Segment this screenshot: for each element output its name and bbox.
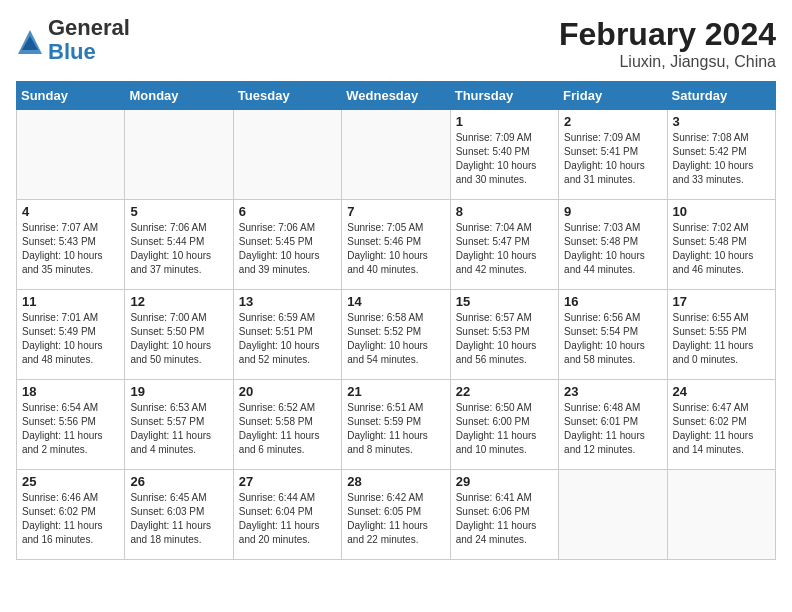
weekday-header-thursday: Thursday [450, 82, 558, 110]
calendar-cell: 4Sunrise: 7:07 AM Sunset: 5:43 PM Daylig… [17, 200, 125, 290]
calendar-cell: 2Sunrise: 7:09 AM Sunset: 5:41 PM Daylig… [559, 110, 667, 200]
day-number: 26 [130, 474, 227, 489]
day-info: Sunrise: 7:09 AM Sunset: 5:40 PM Dayligh… [456, 131, 553, 187]
day-info: Sunrise: 7:02 AM Sunset: 5:48 PM Dayligh… [673, 221, 770, 277]
day-info: Sunrise: 6:44 AM Sunset: 6:04 PM Dayligh… [239, 491, 336, 547]
calendar-cell: 13Sunrise: 6:59 AM Sunset: 5:51 PM Dayli… [233, 290, 341, 380]
week-row-3: 11Sunrise: 7:01 AM Sunset: 5:49 PM Dayli… [17, 290, 776, 380]
calendar-cell: 3Sunrise: 7:08 AM Sunset: 5:42 PM Daylig… [667, 110, 775, 200]
calendar-cell: 21Sunrise: 6:51 AM Sunset: 5:59 PM Dayli… [342, 380, 450, 470]
day-info: Sunrise: 7:01 AM Sunset: 5:49 PM Dayligh… [22, 311, 119, 367]
day-number: 22 [456, 384, 553, 399]
weekday-header-monday: Monday [125, 82, 233, 110]
day-number: 25 [22, 474, 119, 489]
day-number: 10 [673, 204, 770, 219]
day-number: 17 [673, 294, 770, 309]
week-row-2: 4Sunrise: 7:07 AM Sunset: 5:43 PM Daylig… [17, 200, 776, 290]
day-number: 20 [239, 384, 336, 399]
page-header: General Blue February 2024 Liuxin, Jiang… [16, 16, 776, 71]
calendar-cell: 8Sunrise: 7:04 AM Sunset: 5:47 PM Daylig… [450, 200, 558, 290]
day-number: 21 [347, 384, 444, 399]
day-info: Sunrise: 6:58 AM Sunset: 5:52 PM Dayligh… [347, 311, 444, 367]
week-row-5: 25Sunrise: 6:46 AM Sunset: 6:02 PM Dayli… [17, 470, 776, 560]
day-number: 2 [564, 114, 661, 129]
calendar-cell: 10Sunrise: 7:02 AM Sunset: 5:48 PM Dayli… [667, 200, 775, 290]
calendar-title: February 2024 [559, 16, 776, 53]
calendar-cell: 22Sunrise: 6:50 AM Sunset: 6:00 PM Dayli… [450, 380, 558, 470]
day-info: Sunrise: 6:54 AM Sunset: 5:56 PM Dayligh… [22, 401, 119, 457]
day-number: 12 [130, 294, 227, 309]
logo-general: General [48, 16, 130, 40]
day-info: Sunrise: 6:47 AM Sunset: 6:02 PM Dayligh… [673, 401, 770, 457]
day-info: Sunrise: 6:42 AM Sunset: 6:05 PM Dayligh… [347, 491, 444, 547]
title-block: February 2024 Liuxin, Jiangsu, China [559, 16, 776, 71]
day-number: 27 [239, 474, 336, 489]
day-number: 24 [673, 384, 770, 399]
calendar-cell: 26Sunrise: 6:45 AM Sunset: 6:03 PM Dayli… [125, 470, 233, 560]
calendar-cell: 14Sunrise: 6:58 AM Sunset: 5:52 PM Dayli… [342, 290, 450, 380]
calendar-cell: 25Sunrise: 6:46 AM Sunset: 6:02 PM Dayli… [17, 470, 125, 560]
calendar-cell: 18Sunrise: 6:54 AM Sunset: 5:56 PM Dayli… [17, 380, 125, 470]
day-info: Sunrise: 6:55 AM Sunset: 5:55 PM Dayligh… [673, 311, 770, 367]
day-info: Sunrise: 6:41 AM Sunset: 6:06 PM Dayligh… [456, 491, 553, 547]
calendar-cell: 6Sunrise: 7:06 AM Sunset: 5:45 PM Daylig… [233, 200, 341, 290]
day-info: Sunrise: 7:08 AM Sunset: 5:42 PM Dayligh… [673, 131, 770, 187]
calendar-cell: 23Sunrise: 6:48 AM Sunset: 6:01 PM Dayli… [559, 380, 667, 470]
day-number: 29 [456, 474, 553, 489]
day-info: Sunrise: 7:09 AM Sunset: 5:41 PM Dayligh… [564, 131, 661, 187]
day-info: Sunrise: 6:56 AM Sunset: 5:54 PM Dayligh… [564, 311, 661, 367]
calendar-cell: 15Sunrise: 6:57 AM Sunset: 5:53 PM Dayli… [450, 290, 558, 380]
day-info: Sunrise: 6:57 AM Sunset: 5:53 PM Dayligh… [456, 311, 553, 367]
day-number: 23 [564, 384, 661, 399]
day-info: Sunrise: 6:48 AM Sunset: 6:01 PM Dayligh… [564, 401, 661, 457]
calendar-cell [17, 110, 125, 200]
day-info: Sunrise: 6:45 AM Sunset: 6:03 PM Dayligh… [130, 491, 227, 547]
day-number: 4 [22, 204, 119, 219]
day-number: 6 [239, 204, 336, 219]
calendar-cell: 17Sunrise: 6:55 AM Sunset: 5:55 PM Dayli… [667, 290, 775, 380]
day-number: 9 [564, 204, 661, 219]
day-number: 14 [347, 294, 444, 309]
calendar-subtitle: Liuxin, Jiangsu, China [559, 53, 776, 71]
day-info: Sunrise: 7:06 AM Sunset: 5:44 PM Dayligh… [130, 221, 227, 277]
week-row-4: 18Sunrise: 6:54 AM Sunset: 5:56 PM Dayli… [17, 380, 776, 470]
day-number: 19 [130, 384, 227, 399]
day-number: 3 [673, 114, 770, 129]
logo-text: General Blue [48, 16, 130, 64]
day-number: 7 [347, 204, 444, 219]
logo-icon [16, 28, 44, 56]
day-number: 28 [347, 474, 444, 489]
weekday-header-tuesday: Tuesday [233, 82, 341, 110]
day-info: Sunrise: 6:46 AM Sunset: 6:02 PM Dayligh… [22, 491, 119, 547]
calendar-cell: 16Sunrise: 6:56 AM Sunset: 5:54 PM Dayli… [559, 290, 667, 380]
calendar-cell: 9Sunrise: 7:03 AM Sunset: 5:48 PM Daylig… [559, 200, 667, 290]
calendar-cell [125, 110, 233, 200]
day-info: Sunrise: 7:06 AM Sunset: 5:45 PM Dayligh… [239, 221, 336, 277]
calendar-cell: 11Sunrise: 7:01 AM Sunset: 5:49 PM Dayli… [17, 290, 125, 380]
weekday-header-row: SundayMondayTuesdayWednesdayThursdayFrid… [17, 82, 776, 110]
week-row-1: 1Sunrise: 7:09 AM Sunset: 5:40 PM Daylig… [17, 110, 776, 200]
calendar-cell: 19Sunrise: 6:53 AM Sunset: 5:57 PM Dayli… [125, 380, 233, 470]
day-number: 1 [456, 114, 553, 129]
day-info: Sunrise: 6:51 AM Sunset: 5:59 PM Dayligh… [347, 401, 444, 457]
weekday-header-friday: Friday [559, 82, 667, 110]
day-number: 15 [456, 294, 553, 309]
day-info: Sunrise: 7:00 AM Sunset: 5:50 PM Dayligh… [130, 311, 227, 367]
day-number: 11 [22, 294, 119, 309]
calendar-table: SundayMondayTuesdayWednesdayThursdayFrid… [16, 81, 776, 560]
day-number: 8 [456, 204, 553, 219]
day-info: Sunrise: 7:04 AM Sunset: 5:47 PM Dayligh… [456, 221, 553, 277]
day-info: Sunrise: 6:53 AM Sunset: 5:57 PM Dayligh… [130, 401, 227, 457]
day-number: 13 [239, 294, 336, 309]
logo: General Blue [16, 16, 130, 64]
calendar-cell [559, 470, 667, 560]
day-number: 18 [22, 384, 119, 399]
day-number: 5 [130, 204, 227, 219]
calendar-cell: 24Sunrise: 6:47 AM Sunset: 6:02 PM Dayli… [667, 380, 775, 470]
day-info: Sunrise: 7:05 AM Sunset: 5:46 PM Dayligh… [347, 221, 444, 277]
day-info: Sunrise: 7:03 AM Sunset: 5:48 PM Dayligh… [564, 221, 661, 277]
calendar-cell [667, 470, 775, 560]
day-info: Sunrise: 6:59 AM Sunset: 5:51 PM Dayligh… [239, 311, 336, 367]
weekday-header-sunday: Sunday [17, 82, 125, 110]
calendar-cell [342, 110, 450, 200]
